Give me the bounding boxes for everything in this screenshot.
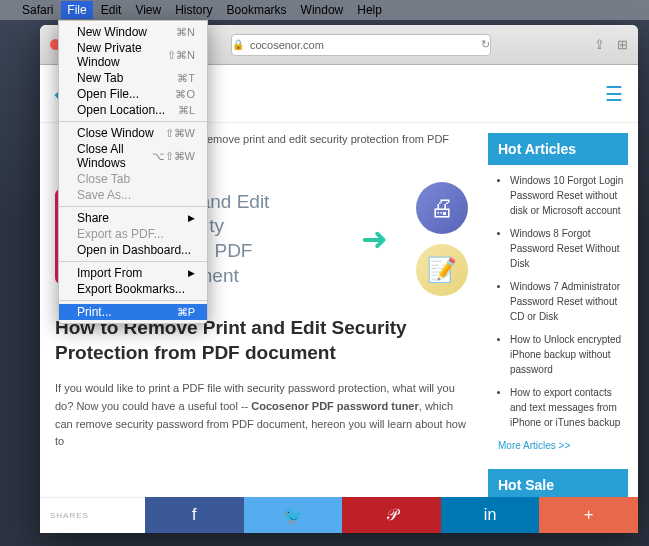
address-bar[interactable]: 🔒 cocosenor.com ↻ [231, 34, 491, 56]
printer-icon: 🖨 [416, 182, 468, 234]
menu-import-from[interactable]: Import From▶ [59, 265, 207, 281]
hot-articles-header: Hot Articles [488, 133, 628, 165]
menu-open-dashboard[interactable]: Open in Dashboard... [59, 242, 207, 258]
menubar-app-name[interactable]: Safari [22, 3, 53, 17]
share-pinterest-button[interactable]: 𝒫 [342, 497, 441, 533]
share-linkedin-button[interactable]: in [441, 497, 540, 533]
menu-separator [59, 261, 207, 262]
share-bar: SHARES f 🐦 𝒫 in + [40, 497, 638, 533]
sidebar-article-link[interactable]: Windows 8 Forgot Password Reset Without … [510, 226, 628, 271]
url-text: cocosenor.com [250, 39, 324, 51]
lock-icon: 🔒 [232, 39, 244, 50]
tabs-icon[interactable]: ⊞ [617, 37, 628, 52]
hamburger-menu-icon[interactable]: ☰ [605, 82, 623, 106]
menu-close-window[interactable]: Close Window⇧⌘W [59, 125, 207, 141]
menu-export-bookmarks[interactable]: Export Bookmarks... [59, 281, 207, 297]
menu-new-tab[interactable]: New Tab⌘T [59, 70, 207, 86]
sidebar-article-link[interactable]: How to export contacts and text messages… [510, 385, 628, 430]
share-facebook-button[interactable]: f [145, 497, 244, 533]
menu-export-pdf: Export as PDF... [59, 226, 207, 242]
share-twitter-button[interactable]: 🐦 [244, 497, 343, 533]
menubar: Safari File Edit View History Bookmarks … [0, 0, 649, 20]
submenu-arrow-icon: ▶ [188, 213, 195, 223]
submenu-arrow-icon: ▶ [188, 268, 195, 278]
file-menu-dropdown: New Window⌘N New Private Window⇧⌘N New T… [58, 20, 208, 324]
sidebar-article-link[interactable]: How to Unlock encrypted iPhone backup wi… [510, 332, 628, 377]
menu-share[interactable]: Share▶ [59, 210, 207, 226]
more-articles-link[interactable]: More Articles >> [498, 440, 570, 451]
menubar-help[interactable]: Help [357, 3, 382, 17]
menu-close-tab: Close Tab [59, 171, 207, 187]
menubar-edit[interactable]: Edit [101, 3, 122, 17]
menubar-window[interactable]: Window [301, 3, 344, 17]
menu-new-private-window[interactable]: New Private Window⇧⌘N [59, 40, 207, 70]
edit-document-icon: 📝 [416, 244, 468, 296]
menubar-bookmarks[interactable]: Bookmarks [227, 3, 287, 17]
sidebar-article-link[interactable]: Windows 7 Administrator Password Reset w… [510, 279, 628, 324]
arrow-right-icon: ➜ [361, 220, 388, 258]
menu-save-as: Save As... [59, 187, 207, 203]
reload-icon[interactable]: ↻ [481, 38, 490, 51]
sidebar-article-link[interactable]: Windows 10 Forgot Login Password Reset w… [510, 173, 628, 218]
share-icon[interactable]: ⇪ [594, 37, 605, 52]
shares-label: SHARES [40, 497, 145, 533]
share-more-button[interactable]: + [539, 497, 638, 533]
sidebar: Hot Articles Windows 10 Forgot Login Pas… [483, 123, 638, 533]
menubar-view[interactable]: View [135, 3, 161, 17]
menubar-history[interactable]: History [175, 3, 212, 17]
menu-separator [59, 300, 207, 301]
menubar-file[interactable]: File [61, 1, 92, 19]
menu-separator [59, 121, 207, 122]
menu-separator [59, 206, 207, 207]
menu-close-all-windows[interactable]: Close All Windows⌥⇧⌘W [59, 141, 207, 171]
menu-new-window[interactable]: New Window⌘N [59, 24, 207, 40]
article-body: If you would like to print a PDF file wi… [55, 380, 468, 450]
menu-print[interactable]: Print...⌘P [59, 304, 207, 320]
menu-open-location[interactable]: Open Location...⌘L [59, 102, 207, 118]
menu-open-file[interactable]: Open File...⌘O [59, 86, 207, 102]
